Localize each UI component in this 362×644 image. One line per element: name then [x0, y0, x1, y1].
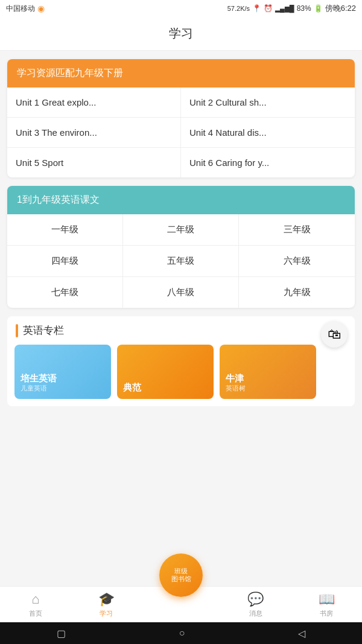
unit-cell-5[interactable]: Unit 5 Sport	[7, 148, 181, 177]
message-icon: 💬	[247, 591, 264, 607]
status-left: 中国移动 ◉	[6, 4, 45, 14]
english-section-title: 英语专栏	[23, 324, 64, 337]
oxford-label: 牛津	[226, 373, 310, 384]
unit-cell-6[interactable]: Unit 6 Caring for y...	[181, 148, 355, 177]
bookroom-label: 书房	[320, 609, 333, 618]
nav-item-study[interactable]: 🎓 学习	[88, 591, 124, 618]
signal-bars-icon: ▂▄▆█	[275, 5, 294, 13]
unit-cell-1[interactable]: Unit 1 Great explo...	[7, 88, 181, 118]
pearson-label: 培生英语	[21, 373, 105, 384]
english-badge-float: 🛍	[321, 321, 348, 348]
units-grid: Unit 1 Great explo... Unit 2 Cultural sh…	[7, 88, 355, 177]
battery-label: 83%	[297, 4, 311, 13]
english-section: 英语专栏 🛍 培生英语 儿童英语 典范 牛津 英语树	[7, 316, 355, 406]
english-card-model[interactable]: 典范	[117, 345, 214, 399]
english-card-pearson[interactable]: 培生英语 儿童英语	[14, 345, 111, 399]
english-section-header: 英语专栏 🛍	[7, 316, 355, 345]
status-bar: 中国移动 ◉ 57.2K/s 📍 ⏰ ▂▄▆█ 83% 🔋 傍晚6:22	[0, 0, 362, 17]
grade-cell-7[interactable]: 七年级	[7, 277, 123, 308]
page-header: 学习	[0, 17, 362, 51]
model-label: 典范	[123, 382, 208, 393]
units-section-header: 学习资源匹配九年级下册	[7, 59, 355, 88]
unit-cell-3[interactable]: Unit 3 The environ...	[7, 118, 181, 148]
nav-item-home[interactable]: ⌂ 首页	[17, 591, 54, 618]
fab-label-2: 图书馆	[171, 575, 191, 583]
signal-icon: ◉	[37, 4, 45, 13]
grade-cell-5[interactable]: 五年级	[123, 246, 239, 277]
main-content: 学习资源匹配九年级下册 Unit 1 Great explo... Unit 2…	[0, 51, 362, 415]
grade-cell-4[interactable]: 四年级	[7, 246, 123, 277]
nav-item-bookroom[interactable]: 📖 书房	[308, 591, 345, 618]
grades-grid: 一年级 二年级 三年级 四年级 五年级 六年级 七年级 八年级 九年级	[7, 214, 355, 308]
english-card-oxford[interactable]: 牛津 英语树	[220, 345, 316, 399]
android-bar: ▢ ○ ◁	[0, 622, 362, 644]
grades-section-title: 1到九年级英语课文	[17, 194, 100, 205]
grade-cell-1[interactable]: 一年级	[7, 214, 123, 246]
battery-icon: 🔋	[314, 4, 323, 13]
study-icon: 🎓	[98, 591, 115, 607]
grade-cell-8[interactable]: 八年级	[123, 277, 239, 308]
grade-cell-6[interactable]: 六年级	[239, 246, 355, 277]
units-section-card: 学习资源匹配九年级下册 Unit 1 Great explo... Unit 2…	[7, 59, 355, 177]
status-right: 57.2K/s 📍 ⏰ ▂▄▆█ 83% 🔋 傍晚6:22	[227, 3, 356, 14]
android-circle-btn[interactable]: ○	[179, 628, 185, 639]
nav-item-message[interactable]: 💬 消息	[238, 591, 274, 618]
grades-section-card: 1到九年级英语课文 一年级 二年级 三年级 四年级 五年级 六年级 七年级 八年…	[7, 186, 355, 308]
study-label: 学习	[100, 609, 113, 618]
oxford-sublabel: 英语树	[226, 384, 310, 393]
grade-cell-9[interactable]: 九年级	[239, 277, 355, 308]
fab-label-1: 班级	[174, 567, 188, 575]
english-accent-bar	[16, 324, 18, 337]
unit-cell-4[interactable]: Unit 4 Natural dis...	[181, 118, 355, 148]
page-title: 学习	[169, 27, 193, 40]
bag-icon: 🛍	[328, 327, 341, 342]
location-icon: 📍	[252, 4, 261, 13]
fab-container: 班级 图书馆	[159, 553, 203, 597]
message-label: 消息	[249, 609, 262, 618]
grades-section-header: 1到九年级英语课文	[7, 186, 355, 214]
carrier-label: 中国移动	[6, 4, 35, 14]
home-label: 首页	[29, 609, 42, 618]
network-speed: 57.2K/s	[227, 5, 250, 12]
android-square-btn[interactable]: ▢	[57, 628, 66, 639]
units-section-title: 学习资源匹配九年级下册	[17, 68, 123, 78]
fab-button[interactable]: 班级 图书馆	[159, 553, 203, 597]
grade-cell-3[interactable]: 三年级	[239, 214, 355, 246]
home-icon: ⌂	[31, 591, 39, 607]
grade-cell-2[interactable]: 二年级	[123, 214, 239, 246]
english-cards-row: 培生英语 儿童英语 典范 牛津 英语树	[7, 345, 355, 399]
android-back-btn[interactable]: ◁	[298, 628, 305, 639]
time-label: 傍晚6:22	[325, 3, 356, 14]
alarm-icon: ⏰	[264, 4, 273, 13]
unit-cell-2[interactable]: Unit 2 Cultural sh...	[181, 88, 355, 118]
pearson-sublabel: 儿童英语	[21, 384, 105, 393]
bookroom-icon: 📖	[319, 591, 335, 607]
